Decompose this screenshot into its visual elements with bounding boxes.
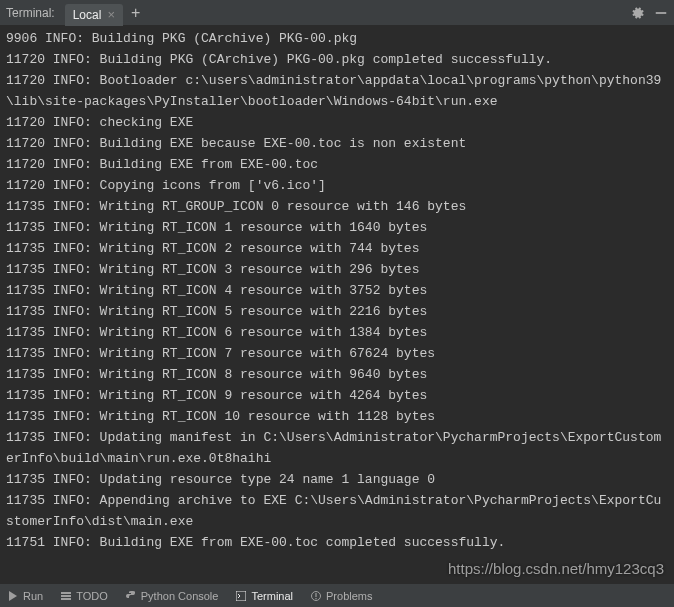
terminal-output[interactable]: 9906 INFO: Building PKG (CArchive) PKG-0…	[0, 26, 674, 581]
toolwindow-todo-label: TODO	[76, 590, 108, 602]
toolwindow-terminal[interactable]: Terminal	[236, 590, 293, 602]
panel-title: Terminal:	[6, 6, 55, 20]
minimize-icon[interactable]	[654, 6, 668, 20]
svg-rect-7	[315, 598, 316, 599]
todo-icon	[61, 591, 71, 601]
svg-rect-4	[236, 591, 246, 601]
gear-icon[interactable]	[630, 6, 644, 20]
svg-rect-6	[315, 593, 316, 597]
play-icon	[8, 591, 18, 601]
toolwindow-terminal-label: Terminal	[251, 590, 293, 602]
svg-rect-1	[61, 592, 71, 594]
close-icon[interactable]: ×	[107, 8, 115, 21]
terminal-tab-local[interactable]: Local ×	[65, 4, 123, 26]
terminal-header: Terminal: Local × +	[0, 0, 674, 26]
svg-rect-0	[656, 12, 667, 14]
tool-window-bar: Run TODO Python Console Terminal Problem…	[0, 583, 674, 607]
terminal-icon	[236, 591, 246, 601]
toolwindow-run-label: Run	[23, 590, 43, 602]
toolwindow-problems[interactable]: Problems	[311, 590, 372, 602]
toolwindow-python-console-label: Python Console	[141, 590, 219, 602]
python-icon	[126, 591, 136, 601]
toolwindow-todo[interactable]: TODO	[61, 590, 108, 602]
tab-label: Local	[73, 8, 102, 22]
toolwindow-run[interactable]: Run	[8, 590, 43, 602]
watermark: https://blog.csdn.net/hmy123cq3	[448, 560, 664, 577]
problems-icon	[311, 591, 321, 601]
svg-rect-3	[61, 598, 71, 600]
toolwindow-problems-label: Problems	[326, 590, 372, 602]
add-tab-button[interactable]: +	[131, 5, 140, 21]
svg-rect-2	[61, 595, 71, 597]
toolwindow-python-console[interactable]: Python Console	[126, 590, 219, 602]
